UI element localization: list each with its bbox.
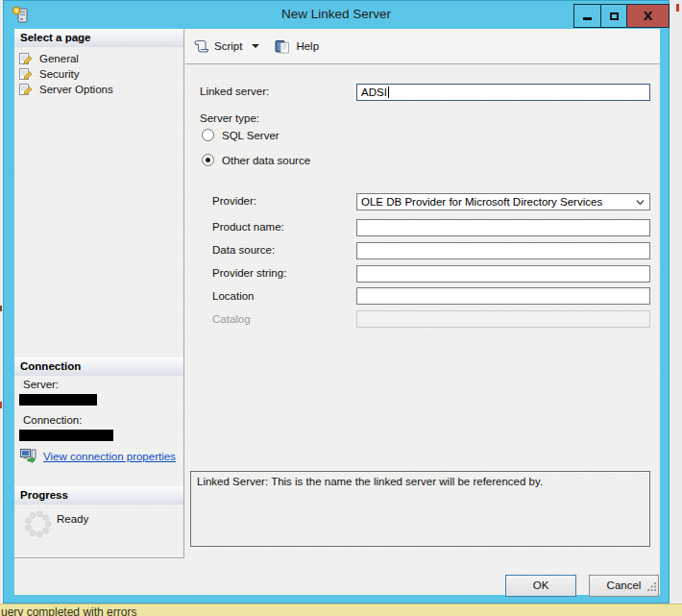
chevron-down-icon bbox=[636, 198, 645, 207]
data-source-label: Data source: bbox=[212, 244, 275, 256]
context-help-box: Linked Server: This is the name the link… bbox=[190, 471, 650, 547]
dialog-toolbar: Script Help bbox=[185, 29, 660, 64]
progress-status: Ready bbox=[57, 513, 88, 525]
script-button[interactable]: Script bbox=[193, 39, 242, 54]
close-button[interactable]: X bbox=[626, 5, 669, 27]
sidebar-item-label: Security bbox=[39, 68, 80, 80]
provider-label: Provider: bbox=[212, 195, 256, 207]
radio-sql-server[interactable]: SQL Server bbox=[202, 129, 280, 141]
dialog-content: Select a page General bbox=[14, 29, 660, 595]
resize-grip[interactable] bbox=[646, 581, 657, 592]
radio-icon bbox=[202, 129, 214, 141]
background-status-strip: uery completed with errors bbox=[0, 604, 682, 616]
help-book-icon bbox=[275, 39, 291, 54]
server-label: Server: bbox=[23, 379, 59, 390]
provider-string-input[interactable] bbox=[356, 265, 650, 283]
connection-value-redacted bbox=[19, 430, 113, 441]
minimize-button[interactable] bbox=[574, 5, 600, 27]
view-connection-properties-row: View connection properties bbox=[20, 449, 176, 463]
linked-server-label: Linked server: bbox=[200, 86, 269, 97]
script-dropdown-arrow[interactable] bbox=[252, 44, 259, 48]
sidebar-item-general[interactable]: General bbox=[14, 51, 183, 66]
data-source-input[interactable] bbox=[356, 242, 650, 259]
background-fragment-left-1 bbox=[0, 306, 2, 311]
connection-header: Connection bbox=[14, 357, 183, 376]
catalog-label: Catalog bbox=[212, 313, 251, 325]
minimize-icon bbox=[583, 17, 592, 20]
provider-string-label: Provider string: bbox=[212, 267, 286, 279]
window-controls: X bbox=[573, 4, 670, 28]
left-panel: Select a page General bbox=[14, 29, 184, 558]
catalog-input bbox=[356, 310, 650, 328]
location-label: Location bbox=[212, 290, 254, 302]
product-name-label: Product name: bbox=[212, 221, 284, 233]
server-type-label: Server type: bbox=[200, 112, 259, 124]
page-list: General Security bbox=[14, 51, 183, 97]
connection-label: Connection: bbox=[23, 414, 82, 426]
maximize-icon bbox=[610, 12, 619, 20]
script-label: Script bbox=[214, 40, 242, 52]
view-connection-properties-link[interactable]: View connection properties bbox=[43, 451, 176, 462]
background-fragment-red bbox=[676, 4, 679, 12]
text-caret bbox=[388, 86, 389, 98]
title-bar[interactable]: New Linked Server X bbox=[4, 1, 669, 29]
sidebar-item-label: General bbox=[39, 53, 79, 64]
progress-header: Progress bbox=[14, 486, 183, 505]
close-icon: X bbox=[643, 10, 652, 22]
sidebar-item-server-options[interactable]: Server Options bbox=[14, 82, 183, 97]
help-button[interactable]: Help bbox=[275, 39, 319, 54]
help-label: Help bbox=[296, 40, 319, 52]
connection-properties-icon bbox=[20, 449, 37, 463]
script-scroll-icon bbox=[193, 39, 209, 54]
maximize-button[interactable] bbox=[600, 5, 626, 27]
server-value-redacted bbox=[19, 394, 97, 406]
product-name-input[interactable] bbox=[356, 219, 650, 236]
background-fragment-left-2 bbox=[0, 402, 2, 408]
background-status-text: uery completed with errors bbox=[1, 605, 136, 616]
page-icon bbox=[19, 53, 33, 65]
radio-icon bbox=[202, 154, 214, 166]
ok-button[interactable]: OK bbox=[505, 575, 576, 597]
sidebar-item-security[interactable]: Security bbox=[14, 66, 183, 82]
location-input[interactable] bbox=[356, 287, 650, 305]
sidebar-item-label: Server Options bbox=[39, 84, 113, 95]
radio-other-data-source[interactable]: Other data source bbox=[202, 154, 310, 166]
progress-spinner-icon bbox=[21, 507, 55, 541]
select-a-page-header: Select a page bbox=[14, 29, 183, 47]
window-title: New Linked Server bbox=[4, 7, 669, 21]
linked-server-input[interactable]: ADSI bbox=[356, 84, 650, 101]
new-linked-server-dialog: New Linked Server X Select a page bbox=[3, 0, 670, 604]
provider-select[interactable]: OLE DB Provider for Microsoft Directory … bbox=[356, 193, 650, 210]
page-icon bbox=[19, 68, 33, 81]
page-icon bbox=[19, 84, 33, 96]
right-panel: Script Help Linked server: bbox=[185, 29, 660, 595]
